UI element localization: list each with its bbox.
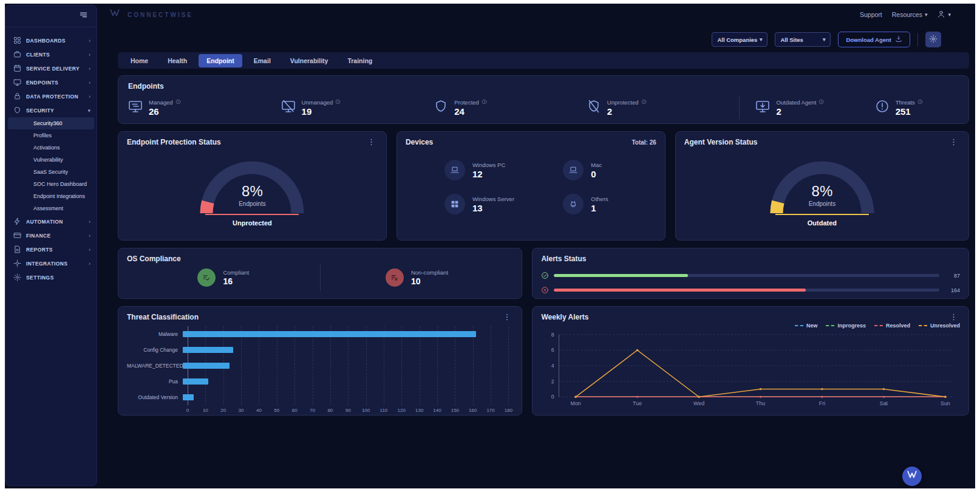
legend-item-resolved[interactable]: Resolved (874, 323, 910, 329)
sidebar-item-dashboards[interactable]: DASHBOARDS› (5, 33, 97, 47)
kebab-menu-icon[interactable]: ⋮ (947, 138, 960, 146)
bar-pua[interactable] (183, 378, 208, 385)
sidebar-item-data-protection[interactable]: DATA PROTECTION› (5, 89, 97, 103)
x-tick-label: 0 (186, 408, 189, 413)
bar-row-pua: Pua (127, 378, 508, 385)
info-icon[interactable] (481, 99, 487, 106)
bar-category-label: Config Change (127, 347, 183, 353)
bar-malware[interactable] (183, 331, 476, 337)
svg-text:Wed: Wed (693, 400, 704, 406)
sidebar-item-clients[interactable]: CLIENTS› (5, 47, 97, 61)
endpoints-summary-card: Endpoints Managed26Unmanaged19Protected2… (118, 75, 969, 124)
settings-gear-button[interactable] (925, 32, 941, 47)
sidebar-subitem-soc-hero-dashboard[interactable]: SOC Hero Dashboard (5, 178, 97, 190)
sidebar-subitem-vulnerability[interactable]: Vulnerability (5, 154, 97, 166)
monitor-download-icon (755, 99, 770, 116)
legend-item-new[interactable]: New (795, 323, 818, 329)
tab-training[interactable]: Training (339, 54, 380, 67)
sidebar-item-settings[interactable]: SETTINGS (5, 270, 97, 284)
companies-select[interactable]: All Companies▾ (712, 32, 767, 47)
menu-toggle-hamburger-icon[interactable] (79, 10, 88, 22)
card-title: Alerts Status (541, 255, 960, 263)
info-icon[interactable] (818, 99, 824, 106)
svg-text:Tue: Tue (633, 400, 642, 406)
device-mac: Mac0 (563, 160, 656, 180)
kebab-menu-icon[interactable]: ⋮ (365, 138, 378, 146)
info-icon[interactable] (917, 99, 923, 106)
connectwise-fab-button[interactable] (902, 467, 922, 486)
x-tick-label: 130 (415, 408, 423, 413)
download-agent-button[interactable]: Download Agent (838, 32, 910, 47)
legend-item-unresolved[interactable]: Unresolved (919, 323, 960, 329)
bar-row-outdated-version: Outdated Version (127, 394, 508, 400)
sidebar-item-service-delivery[interactable]: SERVICE DELIVERY› (5, 61, 97, 75)
chart-legend: NewInprogressResolvedUnresolved (541, 323, 960, 329)
endpoints-icon (13, 78, 21, 86)
chevron-down-icon: ▾ (760, 36, 763, 43)
x-tick-label: 90 (345, 408, 351, 413)
x-tick-label: 70 (310, 408, 315, 413)
stat-outdated-agent: Outdated Agent2 (755, 99, 874, 117)
sidebar-item-reports[interactable]: REPORTS› (5, 242, 97, 256)
tab-endpoint[interactable]: Endpoint (199, 54, 242, 67)
tab-email[interactable]: Email (246, 54, 279, 67)
sidebar-item-endpoints[interactable]: ENDPOINTS› (5, 75, 97, 89)
windows-icon (444, 194, 465, 214)
devices-card: Devices Total: 26 Windows PC12Mac0Window… (396, 131, 665, 241)
weekly-alerts-chart: 02468MonTueWedThuFriSatSun (541, 329, 960, 410)
tab-vulnerability[interactable]: Vulnerability (282, 54, 336, 67)
card-title: Agent Version Status (684, 138, 758, 146)
support-link[interactable]: Support (860, 11, 882, 18)
user-menu[interactable]: ▾ (937, 10, 951, 19)
stat-value: 251 (896, 106, 923, 117)
svg-text:6: 6 (551, 347, 554, 353)
sidebar-subitem-assessment[interactable]: Assessment (5, 202, 97, 214)
info-icon[interactable] (175, 99, 181, 106)
card-title: Endpoint Protection Status (127, 138, 221, 146)
resources-menu[interactable]: Resources▾ (892, 11, 928, 18)
gauge-sublabel: Endpoints (764, 200, 880, 207)
gauge-percent: 8% (764, 183, 880, 200)
sidebar-item-automation[interactable]: AUTOMATION› (5, 214, 97, 228)
bar-malware-detected[interactable] (183, 363, 230, 369)
bar-outdated-version[interactable] (183, 394, 194, 400)
reports-icon (13, 245, 21, 253)
legend-item-inprogress[interactable]: Inprogress (826, 323, 866, 329)
chart-bars: MalwareConfig ChangeMALWARE_DETECTEDPuaO… (127, 326, 508, 405)
svg-text:Mon: Mon (571, 400, 581, 406)
x-tick-label: 170 (486, 408, 494, 413)
bar-config-change[interactable] (183, 347, 233, 353)
sidebar-subitem-profiles[interactable]: Profiles (5, 129, 97, 142)
x-tick-label: 140 (433, 408, 441, 413)
bar-category-label: Outdated Version (127, 394, 183, 400)
sites-select[interactable]: All Sites▾ (775, 32, 831, 47)
app-root: DASHBOARDS›CLIENTS›SERVICE DELIVERY›ENDP… (5, 4, 975, 488)
x-tick-label: 120 (398, 408, 406, 413)
tab-health[interactable]: Health (160, 54, 195, 67)
stat-value: 26 (149, 106, 181, 117)
alerts-bars: 87164 (541, 272, 960, 294)
sidebar-item-finance[interactable]: FINANCE› (5, 228, 97, 242)
brand-name: CONNECTWISE (128, 12, 193, 18)
kebab-menu-icon[interactable]: ⋮ (500, 313, 513, 321)
check-circle-icon (541, 272, 549, 279)
sidebar-item-security[interactable]: SECURITY▾ (5, 103, 97, 117)
alert-bar-fill (554, 274, 687, 277)
os-compliance-body: Compliant16Non-compliant10 (127, 263, 513, 292)
sidebar-item-integrations[interactable]: INTEGRATIONS› (5, 256, 97, 270)
sidebar-subitem-saas-security[interactable]: SaaS Security (5, 166, 97, 178)
card-title: Threat Classification (127, 313, 199, 321)
x-tick-label: 60 (292, 408, 298, 413)
x-tick-label: 10 (203, 408, 208, 413)
info-icon[interactable] (641, 99, 647, 106)
sidebar-subitem-security360[interactable]: Security360 (8, 117, 94, 129)
info-icon[interactable] (335, 99, 341, 106)
sidebar-nav: DASHBOARDS›CLIENTS›SERVICE DELIVERY›ENDP… (5, 27, 97, 290)
stat-unprotected: Unprotected2 (587, 99, 740, 117)
sidebar-subitem-activations[interactable]: Activations (5, 142, 97, 154)
sidebar-subitem-endpoint-integrations[interactable]: Endpoint Integrations (5, 190, 97, 202)
kebab-menu-icon[interactable]: ⋮ (947, 313, 960, 321)
svg-text:8: 8 (551, 332, 554, 338)
tab-home[interactable]: Home (123, 54, 156, 67)
svg-text:Sun: Sun (941, 400, 950, 406)
